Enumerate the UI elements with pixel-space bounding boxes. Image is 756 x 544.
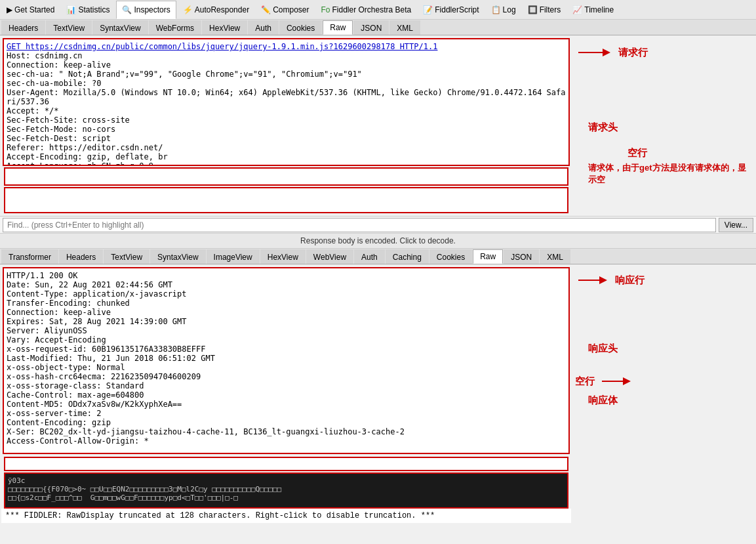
request-body-label: 请求体，由于get方法是没有请求体的，显示空 — [588, 162, 753, 186]
filters-icon: 🔲 — [528, 5, 538, 14]
tab-response-json[interactable]: JSON — [504, 249, 539, 264]
request-headers-text: Host: csdnimg.cn Connection: keep-alive … — [7, 51, 566, 166]
response-headers-annotation: 响应头 — [588, 343, 618, 354]
timeline-icon: 📈 — [572, 5, 582, 14]
log-icon: 📋 — [491, 5, 501, 14]
nav-fiddlerscript[interactable]: 📝 FiddlerScript — [418, 1, 484, 19]
response-headers-text: Date: Sun, 22 Aug 2021 02:44:56 GMT Cont… — [7, 280, 405, 446]
tab-request-hexview[interactable]: HexView — [202, 20, 247, 35]
response-empty-arrow-icon — [599, 375, 635, 388]
tab-transformer[interactable]: Transformer — [1, 249, 58, 264]
nav-composer[interactable]: ✏️ Composer — [256, 1, 314, 19]
nav-statistics[interactable]: 📊 Statistics — [61, 1, 115, 19]
nav-log[interactable]: 📋 Log — [486, 1, 521, 19]
request-headers-label: 请求头 — [588, 121, 618, 134]
find-bar: View... — [0, 216, 756, 233]
tab-response-textview[interactable]: TextView — [104, 249, 149, 264]
request-raw-content[interactable]: GET https://csdnimg.cn/public/common/lib… — [3, 38, 570, 166]
tab-request-raw[interactable]: Raw — [323, 20, 353, 35]
tab-response-cookies[interactable]: Cookies — [429, 249, 472, 264]
response-body-text: ÿ03c □□□□□□□□{{F070□>0~ □□U□□EQN2□□□□□□□… — [8, 476, 565, 502]
response-tab-bar: Transformer Headers TextView SyntaxView … — [0, 249, 756, 264]
tab-response-syntaxview[interactable]: SyntaxView — [150, 249, 205, 264]
tab-request-auth[interactable]: Auth — [248, 20, 279, 35]
composer-icon: ✏️ — [261, 5, 271, 14]
tab-imageview[interactable]: ImageView — [207, 249, 260, 264]
response-raw-content[interactable]: HTTP/1.1 200 OK Date: Sun, 22 Aug 2021 0… — [3, 267, 570, 454]
tab-request-syntaxview[interactable]: SyntaxView — [92, 20, 148, 35]
statistics-icon: 📊 — [66, 5, 76, 14]
response-body-annotation: 响应体 — [588, 394, 618, 406]
tab-response-xml[interactable]: XML — [540, 249, 570, 264]
tab-caching[interactable]: Caching — [386, 249, 429, 264]
inspectors-icon: 🔍 — [122, 5, 132, 14]
nav-filters[interactable]: 🔲 Filters — [523, 1, 567, 19]
response-status-line: HTTP/1.1 200 OK — [7, 271, 77, 280]
tab-request-xml[interactable]: XML — [389, 20, 420, 35]
tab-request-cookies[interactable]: Cookies — [279, 20, 322, 35]
get-started-icon: ▶ — [7, 5, 12, 14]
tab-response-headers[interactable]: Headers — [59, 249, 103, 264]
response-empty-line — [4, 457, 568, 471]
autoresponder-icon: ⚡ — [183, 5, 193, 14]
nav-timeline[interactable]: 📈 Timeline — [567, 1, 619, 19]
response-annotations: 响应行 响应头 空行 响应体 — [572, 264, 756, 544]
truncation-notice: *** FIDDLER: RawDisplay truncated at 128… — [1, 509, 571, 523]
request-annotations: 请求行 请求头 空行 请求体，由于get方法是没有请求体的，显示空 — [572, 35, 756, 216]
request-line-arrow-icon — [575, 46, 614, 59]
response-line-annotation: 响应行 — [615, 274, 645, 287]
tab-webview[interactable]: WebView — [306, 249, 353, 264]
tab-response-hexview[interactable]: HexView — [260, 249, 306, 264]
tab-response-raw[interactable]: Raw — [473, 249, 503, 264]
response-line-arrow-icon — [575, 274, 611, 287]
tab-request-json[interactable]: JSON — [353, 20, 389, 35]
request-url-link[interactable]: GET https://csdnimg.cn/public/common/lib… — [7, 42, 437, 51]
empty-line-label: 空行 — [627, 147, 647, 159]
tab-response-auth[interactable]: Auth — [354, 249, 385, 264]
nav-get-started[interactable]: ▶ Get Started — [1, 1, 60, 19]
response-empty-line-annotation: 空行 — [575, 375, 595, 388]
request-line-label: 请求行 — [618, 47, 648, 59]
request-panel: Headers TextView SyntaxView WebForms Hex… — [0, 20, 756, 233]
request-body-box — [4, 187, 568, 213]
top-nav-bar: ▶ Get Started 📊 Statistics 🔍 Inspectors … — [0, 0, 756, 20]
request-empty-line-box — [4, 167, 568, 186]
tab-request-textview[interactable]: TextView — [46, 20, 92, 35]
nav-inspectors[interactable]: 🔍 Inspectors — [116, 1, 176, 19]
fiddler-orchestra-icon: Fo — [321, 5, 330, 14]
tab-request-webforms[interactable]: WebForms — [149, 20, 201, 35]
nav-fiddler-orchestra[interactable]: Fo Fiddler Orchestra Beta — [316, 1, 417, 19]
response-body-encoded: ÿ03c □□□□□□□□{{F070□>0~ □□U□□EQN2□□□□□□□… — [4, 472, 568, 509]
response-divider[interactable]: Response body is encoded. Click to decod… — [0, 233, 756, 249]
fiddlerscript-icon: 📝 — [423, 5, 433, 14]
response-panel: Transformer Headers TextView SyntaxView … — [0, 249, 756, 544]
find-input[interactable] — [3, 218, 716, 232]
request-tab-bar: Headers TextView SyntaxView WebForms Hex… — [0, 20, 756, 35]
tab-request-headers[interactable]: Headers — [1, 20, 45, 35]
nav-autoresponder[interactable]: ⚡ AutoResponder — [178, 1, 254, 19]
view-button[interactable]: View... — [719, 218, 753, 232]
